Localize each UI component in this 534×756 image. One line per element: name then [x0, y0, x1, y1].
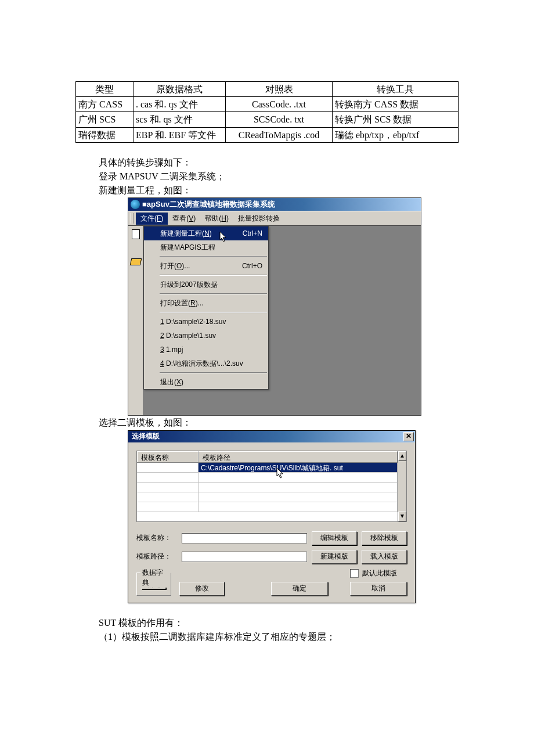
app-workspace: 新建测量工程(N) Ctrl+N 新建MAPGIS工程 打开(O)... Ctr… — [128, 226, 421, 416]
table-cell: 转换广州 SCS 数据 — [333, 112, 459, 127]
window-title: ■apSuv二次调查城镇地籍数据采集系统 — [142, 199, 275, 210]
menubar: 文件(F) 查看(V) 帮助(H) 批量投影转换 — [128, 211, 421, 226]
new-file-icon[interactable] — [131, 229, 141, 239]
modify-button[interactable]: 修改 — [179, 582, 225, 596]
table-cell: 南方 CASS — [76, 97, 134, 112]
paragraph: 具体的转换步骤如下： — [99, 156, 459, 169]
vertical-toolbar — [128, 226, 143, 415]
label-template-path: 模板路径： — [136, 552, 177, 561]
shortcut-label: Ctrl+N — [243, 226, 262, 240]
menu-batch-projection[interactable]: 批量投影转换 — [233, 213, 284, 225]
checkbox-icon[interactable] — [350, 569, 359, 578]
table-cell: 瑞德 ebp/txp，ebp/txf — [333, 127, 459, 142]
template-name-input[interactable] — [182, 533, 307, 543]
menu-print-setup[interactable]: 打印设置(R)... — [144, 296, 268, 310]
menu-recent-1[interactable]: 1 D:\sample\2-18.suv — [144, 315, 268, 329]
menu-exit[interactable]: 退出(X) — [144, 375, 268, 389]
menu-new-survey-project[interactable]: 新建测量工程(N) Ctrl+N — [144, 226, 268, 240]
table-cell: CReadToMapgis .cod — [226, 127, 333, 142]
column-header-path[interactable]: 模板路径 — [199, 451, 398, 462]
table-cell: SCSCode. txt — [226, 112, 333, 127]
menu-recent-2[interactable]: 2 D:\sample\1.suv — [144, 329, 268, 343]
file-menu-dropdown: 新建测量工程(N) Ctrl+N 新建MAPGIS工程 打开(O)... Ctr… — [143, 226, 269, 390]
edit-template-button[interactable]: 编辑模板 — [312, 531, 357, 545]
menu-separator — [160, 256, 267, 257]
table-cell: scs 和. qs 文件 — [134, 112, 226, 127]
menu-new-mapgis-project[interactable]: 新建MAPGIS工程 — [144, 240, 268, 254]
data-dictionary-fieldset: 数据字典 新建 — [136, 573, 171, 596]
screenshot-app-window: ■apSuv二次调查城镇地籍数据采集系统 文件(F) 查看(V) 帮助(H) 批… — [128, 197, 421, 416]
vertical-scrollbar[interactable]: ▲ ▼ — [398, 451, 407, 522]
template-grid: 模板名称 模板路径 C:\Cadastre\Programs\SUV\Slib\… — [136, 451, 407, 522]
paragraph: 登录 MAPSUV 二调采集系统； — [99, 170, 459, 183]
menu-separator — [160, 275, 267, 276]
remove-template-button[interactable]: 移除模板 — [362, 531, 407, 545]
label-template-name: 模板名称： — [136, 533, 177, 543]
load-template-button[interactable]: 载入模版 — [362, 550, 407, 564]
table-cell: 瑞得数据 — [76, 127, 134, 142]
checkbox-label: 默认此模版 — [362, 568, 397, 578]
menu-separator — [160, 293, 267, 294]
menu-file[interactable]: 文件(F) — [136, 213, 168, 225]
open-file-icon[interactable] — [131, 256, 141, 265]
column-header-name[interactable]: 模板名称 — [137, 451, 199, 462]
paragraph: 新建测量工程，如图： — [99, 183, 459, 197]
window-titlebar: ■apSuv二次调查城镇地籍数据采集系统 — [128, 197, 421, 211]
th-format: 原数据格式 — [134, 82, 226, 97]
app-icon — [131, 200, 140, 209]
menu-separator — [160, 312, 267, 313]
menu-separator — [160, 372, 267, 373]
grid-row[interactable]: C:\Cadastre\Programs\SUV\Slib\城镇地籍. sut — [137, 463, 398, 473]
cancel-button[interactable]: 取消 — [350, 582, 407, 596]
shortcut-label: Ctrl+O — [242, 259, 262, 273]
menu-upgrade-2007[interactable]: 升级到2007版数据 — [144, 278, 268, 291]
conversion-table: 类型 原数据格式 对照表 转换工具 南方 CASS . cas 和. qs 文件… — [75, 81, 459, 143]
ok-button[interactable]: 确定 — [271, 582, 328, 596]
new-template-button[interactable]: 新建模版 — [312, 550, 357, 564]
paragraph: （1）模板按照二调数据库建库标准定义了相应的专题层； — [99, 630, 459, 643]
grid-cell-path: C:\Cadastre\Programs\SUV\Slib\城镇地籍. sut — [199, 463, 398, 473]
th-mapping: 对照表 — [226, 82, 333, 97]
close-icon[interactable]: ✕ — [403, 432, 414, 441]
template-path-input[interactable] — [182, 552, 307, 562]
grid-cell-name — [137, 463, 199, 473]
menu-recent-3[interactable]: 3 1.mpj — [144, 343, 268, 357]
th-type: 类型 — [76, 82, 134, 97]
fieldset-legend: 数据字典 — [140, 568, 171, 588]
table-cell: CassCode. .txt — [226, 97, 333, 112]
dialog-title: 选择模版 — [132, 431, 160, 441]
paragraph: 选择二调模板，如图： — [99, 416, 459, 429]
scroll-up-icon[interactable]: ▲ — [398, 451, 406, 461]
menu-view[interactable]: 查看(V) — [168, 213, 200, 225]
paragraph: SUT 模板的作用有： — [99, 616, 459, 629]
dialog-titlebar: 选择模版 ✕ — [128, 431, 415, 442]
scroll-down-icon[interactable]: ▼ — [398, 512, 406, 521]
th-tool: 转换工具 — [333, 82, 459, 97]
default-template-checkbox[interactable]: 默认此模版 — [350, 568, 397, 578]
toolbar-grip-icon — [131, 213, 134, 224]
menu-recent-4[interactable]: 4 D:\地籍演示数据\...\2.suv — [144, 357, 268, 370]
select-template-dialog: 选择模版 ✕ 模板名称 模板路径 C:\Cadastre\Programs\SU… — [128, 430, 416, 603]
table-cell: 广州 SCS — [76, 112, 134, 127]
table-cell: EBP 和. EBF 等文件 — [134, 127, 226, 142]
menu-help[interactable]: 帮助(H) — [200, 213, 233, 225]
table-cell: . cas 和. qs 文件 — [134, 97, 226, 112]
table-cell: 转换南方 CASS 数据 — [333, 97, 459, 112]
menu-open[interactable]: 打开(O)... Ctrl+O — [144, 259, 268, 273]
